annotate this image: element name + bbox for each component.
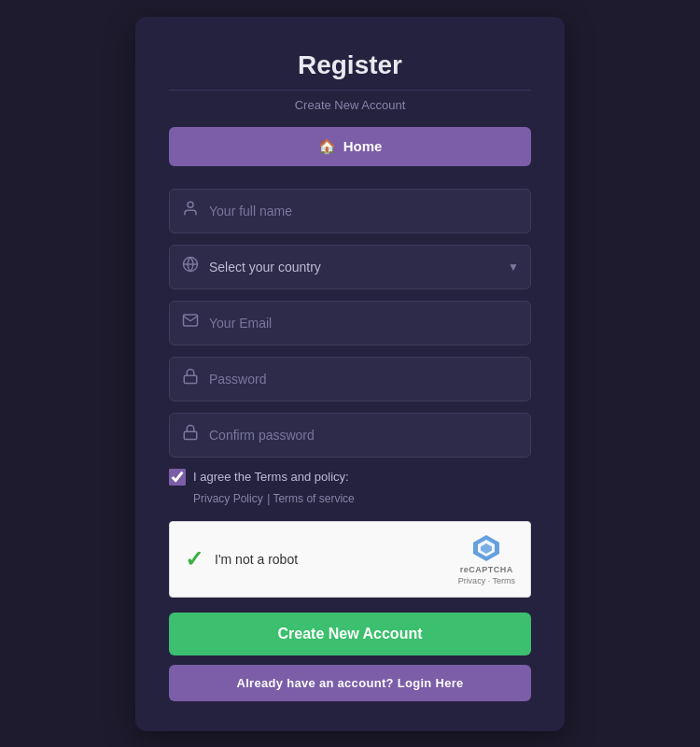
login-link-button[interactable]: Already have an account? Login Here	[169, 665, 531, 701]
svg-rect-3	[184, 375, 197, 383]
recaptcha-checkmark: ✓	[185, 546, 203, 572]
email-icon	[181, 312, 200, 333]
terms-checkbox[interactable]	[169, 469, 186, 486]
email-field-group	[169, 301, 531, 345]
login-link-label: Already have an account? Login Here	[236, 676, 463, 690]
svg-rect-4	[184, 431, 197, 439]
confirm-password-field-group	[169, 413, 531, 458]
home-button[interactable]: 🏠 Home	[169, 127, 531, 166]
recaptcha-brand-label: reCAPTCHA	[460, 565, 513, 574]
recaptcha-left: ✓ I'm not a robot	[185, 546, 298, 572]
svg-point-0	[188, 202, 193, 207]
country-select-wrapper: Select your country United States United…	[209, 260, 519, 275]
terms-label: I agree the Terms and policy:	[193, 470, 349, 484]
privacy-policy-link[interactable]: Privacy Policy	[193, 492, 263, 505]
full-name-field-group	[169, 189, 531, 233]
country-field-group: Select your country United States United…	[169, 245, 531, 289]
register-card: Register Create New Account 🏠 Home Selec…	[135, 17, 565, 731]
create-account-label: Create New Account	[278, 626, 423, 642]
create-account-button[interactable]: Create New Account	[169, 613, 531, 655]
confirm-lock-icon	[181, 424, 200, 445]
terms-links: Privacy Policy | Terms of service	[193, 489, 531, 506]
home-icon: 🏠	[318, 138, 336, 155]
recaptcha-policy-links: Privacy · Terms	[458, 576, 515, 585]
full-name-input[interactable]	[209, 204, 519, 218]
terms-row: I agree the Terms and policy:	[169, 469, 531, 486]
user-icon	[181, 200, 200, 221]
globe-icon	[181, 256, 200, 277]
title-divider	[169, 90, 531, 91]
page-subtitle: Create New Account	[169, 98, 531, 112]
recaptcha-widget[interactable]: ✓ I'm not a robot reCAPTCHA Privacy · Te…	[169, 521, 531, 598]
country-select[interactable]: Select your country United States United…	[209, 260, 519, 275]
recaptcha-logo-icon	[471, 533, 501, 563]
page-title: Register	[169, 50, 531, 80]
recaptcha-logo: reCAPTCHA Privacy · Terms	[458, 533, 515, 585]
terms-of-service-link[interactable]: Terms of service	[273, 492, 354, 505]
password-field-group	[169, 357, 531, 402]
password-input[interactable]	[209, 372, 519, 387]
confirm-password-input[interactable]	[209, 428, 519, 443]
email-input[interactable]	[209, 316, 519, 331]
lock-icon	[181, 368, 200, 389]
home-button-label: Home	[343, 138, 383, 154]
recaptcha-text: I'm not a robot	[215, 552, 298, 567]
